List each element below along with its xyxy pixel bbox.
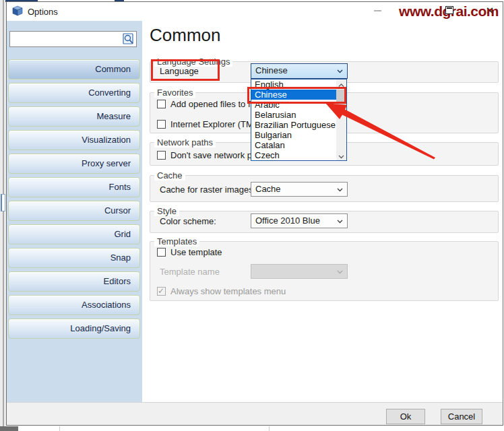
background-divider <box>3 0 4 431</box>
chevron-down-icon <box>337 220 343 224</box>
group-title: Network paths <box>154 137 216 147</box>
sidebar-item-snap[interactable]: Snap <box>8 248 140 268</box>
background-scroll-thumb <box>1 194 5 211</box>
sidebar-item-cursor[interactable]: Cursor <box>8 201 140 221</box>
internet-explorer-checkbox-row[interactable]: Internet Explorer (TM) <box>157 119 256 129</box>
cache-for-raster-label: Cache for raster images: <box>160 185 255 195</box>
scroll-up-icon[interactable] <box>336 79 346 89</box>
chevron-down-icon <box>337 270 343 274</box>
title-bar[interactable]: Options ✕ www.dgrai.com <box>7 2 503 21</box>
always-show-templates-label: Always show templates menu <box>170 286 286 296</box>
sidebar-item-loading-saving[interactable]: Loading/Saving <box>8 319 140 339</box>
dropdown-option-bulgarian[interactable]: Bulgarian <box>251 130 336 140</box>
language-dropdown-list: English Chinese Arabic Belarusian Brazil… <box>251 79 347 161</box>
use-template-label: Use template <box>170 247 222 257</box>
checkbox-checked-icon <box>157 287 166 296</box>
sidebar-item-visualization[interactable]: Visualization <box>8 130 140 150</box>
internet-explorer-label: Internet Explorer (TM) <box>170 119 256 129</box>
cancel-button[interactable]: Cancel <box>441 409 482 424</box>
dropdown-option-belarusian[interactable]: Belarusian <box>251 110 336 120</box>
template-name-combobox <box>251 264 348 279</box>
sidebar-item-associations[interactable]: Associations <box>8 295 140 315</box>
search-box <box>9 31 137 47</box>
sidebar-item-converting[interactable]: Converting <box>8 83 140 103</box>
page-title: Common <box>150 25 220 46</box>
group-title: Favorites <box>154 88 195 98</box>
color-scheme-label: Color scheme: <box>160 216 216 226</box>
use-template-checkbox-row[interactable]: Use template <box>157 247 222 257</box>
language-label: Language <box>160 66 199 76</box>
dropdown-option-english[interactable]: English <box>251 79 336 90</box>
background-gridline <box>59 426 60 431</box>
sidebar-item-common[interactable]: Common <box>8 59 140 79</box>
sidebar-item-measure[interactable]: Measure <box>8 106 140 127</box>
checkbox-icon[interactable] <box>157 100 166 108</box>
scrollbar-thumb[interactable] <box>336 90 346 107</box>
always-show-templates-checkbox-row: Always show templates menu <box>157 286 286 296</box>
language-combobox[interactable]: Chinese <box>251 63 348 79</box>
checkbox-icon[interactable] <box>157 120 166 129</box>
dropdown-option-czech[interactable]: Czech <box>251 150 336 160</box>
dropdown-option-catalan[interactable]: Catalan <box>251 140 336 150</box>
background-gridline <box>269 426 270 431</box>
chevron-down-icon <box>337 69 343 73</box>
group-title: Language Settings <box>154 57 232 67</box>
cache-combobox-value: Cache <box>255 184 281 194</box>
sidebar-item-grid[interactable]: Grid <box>8 224 140 244</box>
sidebar-item-proxy-server[interactable]: Proxy server <box>8 154 140 174</box>
color-scheme-combobox-value: Office 2010 Blue <box>255 216 320 226</box>
window-title: Options <box>28 7 58 17</box>
chevron-down-icon <box>337 188 343 192</box>
template-name-label: Template name <box>160 267 220 277</box>
search-input[interactable] <box>11 32 119 46</box>
group-title: Cache <box>154 170 185 180</box>
options-app-cube-icon <box>12 5 24 17</box>
dropdown-scrollbar[interactable] <box>336 79 346 160</box>
group-title: Style <box>154 206 179 216</box>
checkbox-icon[interactable] <box>157 248 166 257</box>
cache-combobox[interactable]: Cache <box>251 182 348 197</box>
dropdown-option-chinese[interactable]: Chinese <box>251 90 336 100</box>
search-icon[interactable] <box>122 33 135 45</box>
options-dialog: Options ✕ www.dgrai.com Common Convertin… <box>6 1 503 426</box>
dropdown-option-brazilian-portuguese[interactable]: Brazilian Portuguese <box>251 120 336 130</box>
group-title: Templates <box>154 236 199 246</box>
restore-icon <box>445 6 453 14</box>
minimize-icon <box>374 10 381 11</box>
language-combobox-value: Chinese <box>255 65 288 75</box>
sidebar-item-fonts[interactable]: Fonts <box>8 177 140 197</box>
ok-button[interactable]: Ok <box>386 409 425 424</box>
background-window-bottom <box>0 426 504 431</box>
scroll-down-icon[interactable] <box>336 151 346 160</box>
dropdown-option-arabic[interactable]: Arabic <box>251 100 336 110</box>
background-scrollbar <box>0 0 6 431</box>
dialog-footer: Ok Cancel <box>7 402 503 425</box>
background-block <box>0 426 18 431</box>
color-scheme-combobox[interactable]: Office 2010 Blue <box>251 213 348 228</box>
checkbox-icon[interactable] <box>157 151 166 160</box>
sidebar-item-editors[interactable]: Editors <box>8 271 140 292</box>
